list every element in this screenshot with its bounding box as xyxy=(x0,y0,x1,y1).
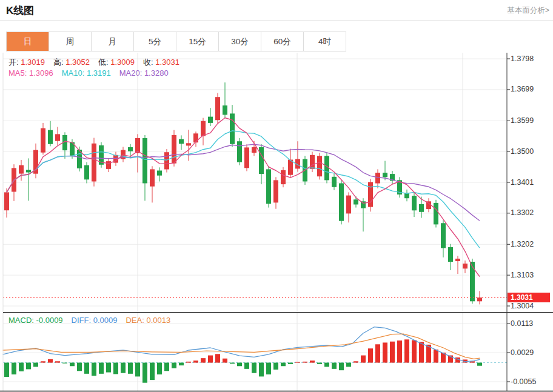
candle-body xyxy=(48,130,53,144)
axis-tick-label: 1.3302 xyxy=(511,208,551,218)
macd-bar xyxy=(361,356,366,363)
macd-bar xyxy=(397,341,402,363)
candle-body xyxy=(368,182,373,207)
macd-bar xyxy=(121,363,126,373)
macd-bar xyxy=(230,363,235,364)
macd-bar xyxy=(404,339,409,362)
ohlc-readout: 开: 1.3019高: 1.3052低: 1.3009收: 1.3031 xyxy=(8,57,188,68)
candle-body xyxy=(150,169,155,186)
macd-bar xyxy=(339,363,344,371)
macd-bar xyxy=(368,348,373,362)
axis-tick-label: 1.3798 xyxy=(511,55,551,64)
candle-body xyxy=(332,177,337,187)
macd-bar xyxy=(375,344,380,362)
macd-bar xyxy=(303,362,307,363)
open-readout: 开: 1.3019 xyxy=(8,58,45,67)
macd-bar xyxy=(106,363,111,373)
candle-body xyxy=(310,155,315,169)
candle-body xyxy=(455,259,460,261)
macd-bar xyxy=(12,363,16,374)
macd-bar xyxy=(259,363,264,377)
candle-body xyxy=(215,97,220,120)
macd-bar xyxy=(186,362,191,363)
axis-tick-label: 1.3004 xyxy=(511,302,551,311)
candle-body xyxy=(201,121,206,136)
candle-body xyxy=(434,203,438,225)
candle-body xyxy=(26,170,31,172)
candle-body xyxy=(252,147,256,153)
macd-bar xyxy=(310,360,315,362)
kline-chart-widget: K线图 基本面分析> 日周月5分15分30分60分4时 开: 1.3019高: … xyxy=(0,0,553,392)
candles-group xyxy=(4,82,482,304)
macd-bar xyxy=(281,363,286,367)
candle-body xyxy=(259,147,264,174)
macd-bar xyxy=(266,363,271,374)
candle-body xyxy=(412,196,417,210)
low-readout: 低: 1.3009 xyxy=(98,58,135,67)
axis-tick-label: 1.3401 xyxy=(511,178,551,187)
diff-readout: DIFF: 0.0009 xyxy=(72,316,118,325)
high-readout: 高: 1.3052 xyxy=(53,58,90,67)
candle-body xyxy=(55,134,60,141)
macd-bar xyxy=(84,363,89,374)
candle-body xyxy=(172,135,176,164)
close-readout: 收: 1.3031 xyxy=(143,58,179,67)
candle-body xyxy=(354,199,358,204)
macd-bar xyxy=(77,363,82,371)
candle-body xyxy=(317,156,322,176)
macd-bar xyxy=(193,360,198,362)
macd-bar xyxy=(208,356,213,363)
candle-body xyxy=(375,173,380,184)
macd-bar xyxy=(434,350,438,363)
macd-bar xyxy=(142,363,147,383)
candle-body xyxy=(470,262,475,301)
candle-body xyxy=(33,150,38,174)
candle-body xyxy=(266,169,271,204)
macd-bar xyxy=(477,363,482,366)
ma5-readout: MA5: 1.3096 xyxy=(8,68,53,78)
macd-bar xyxy=(273,363,278,370)
candle-body xyxy=(142,138,147,184)
macd-bar xyxy=(55,361,60,362)
macd-bar xyxy=(41,361,45,362)
candle-body xyxy=(346,196,351,214)
macd-bar xyxy=(201,358,206,362)
axis-tick-label: 1.3500 xyxy=(511,147,551,156)
candle-body xyxy=(288,160,293,175)
axis-tick-label: 0.0113 xyxy=(511,319,551,328)
macd-histogram xyxy=(4,339,482,382)
candle-body xyxy=(281,170,286,184)
macd-bar xyxy=(419,342,424,362)
macd-bar xyxy=(157,363,162,374)
macd-bar xyxy=(172,363,176,368)
candle-body xyxy=(383,173,387,177)
macd-bar xyxy=(288,363,293,364)
macd-bar xyxy=(354,361,358,362)
macd-bar xyxy=(252,363,256,373)
candle-body xyxy=(477,297,482,301)
macd-bar xyxy=(113,363,118,374)
axis-tick-label: 0.0029 xyxy=(511,348,551,357)
macd-bar xyxy=(332,363,337,369)
candle-body xyxy=(4,192,9,210)
macd-bar xyxy=(324,363,329,367)
candle-body xyxy=(244,147,249,168)
ma-readout: MA5: 1.3096MA10: 1.3191MA20: 1.3280 xyxy=(8,68,177,78)
candle-body xyxy=(441,223,446,248)
candle-body xyxy=(237,141,242,162)
candle-body xyxy=(157,171,162,176)
macd-bar xyxy=(390,342,395,363)
current-price-tag: 1.3031 xyxy=(508,293,550,302)
macd-bar xyxy=(33,363,38,367)
candle-body xyxy=(128,147,133,151)
macd-bar xyxy=(215,354,220,362)
macd-bar xyxy=(4,363,9,377)
candle-body xyxy=(223,105,227,115)
macd-bar xyxy=(295,362,300,362)
candle-body xyxy=(186,143,191,145)
macd-bar xyxy=(99,363,104,374)
macd-bar xyxy=(237,363,242,367)
candle-body xyxy=(230,113,235,144)
candle-body xyxy=(339,184,344,221)
macd-bar xyxy=(48,359,53,363)
